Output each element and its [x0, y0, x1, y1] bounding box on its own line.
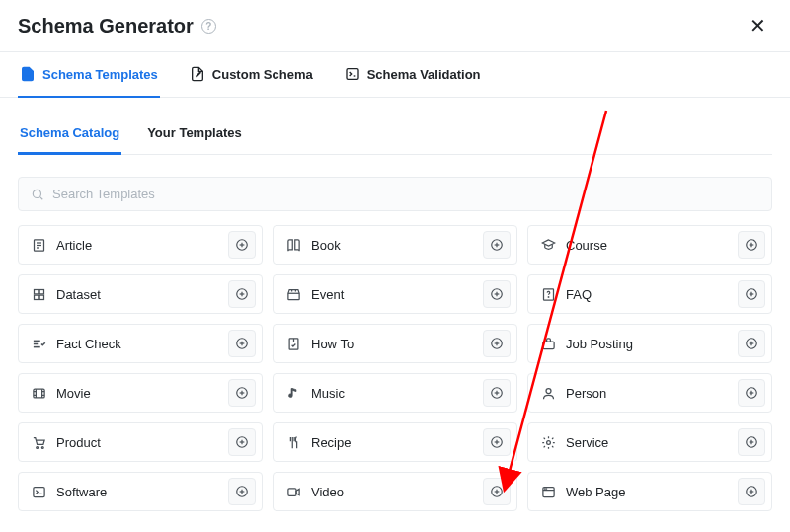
- card-webpage[interactable]: Web Page: [527, 472, 772, 511]
- card-dataset[interactable]: Dataset: [18, 274, 263, 314]
- close-icon[interactable]: ✕: [744, 14, 772, 38]
- add-button[interactable]: [483, 231, 511, 259]
- add-button[interactable]: [738, 280, 765, 308]
- video-icon: [285, 484, 301, 499]
- add-button[interactable]: [228, 478, 256, 505]
- svg-rect-19: [34, 289, 38, 293]
- add-button[interactable]: [738, 428, 765, 456]
- svg-rect-2: [347, 69, 358, 80]
- card-person[interactable]: Person: [527, 373, 772, 413]
- music-icon: [285, 385, 301, 401]
- add-button[interactable]: [483, 478, 511, 505]
- svg-point-30: [548, 296, 549, 297]
- tab-schema-catalog[interactable]: Schema Catalog: [18, 115, 121, 155]
- help-icon[interactable]: ?: [201, 19, 216, 34]
- add-button[interactable]: [228, 280, 256, 308]
- howto-icon: [285, 336, 301, 351]
- card-label: How To: [311, 337, 354, 351]
- svg-rect-22: [40, 295, 43, 299]
- content: Schema Catalog Your Templates Article Bo…: [0, 98, 790, 511]
- tab-label: Schema Templates: [42, 67, 158, 82]
- secondary-tabs: Schema Catalog Your Templates: [18, 115, 772, 155]
- add-button[interactable]: [738, 231, 765, 259]
- card-faq[interactable]: FAQ: [527, 274, 772, 314]
- svg-line-5: [40, 196, 43, 199]
- card-label: Software: [56, 485, 107, 499]
- article-icon: [31, 237, 46, 253]
- tab-label: Your Templates: [147, 125, 242, 140]
- svg-point-90: [544, 488, 545, 489]
- add-button[interactable]: [738, 330, 765, 357]
- tab-your-templates[interactable]: Your Templates: [145, 115, 244, 155]
- add-button[interactable]: [738, 379, 765, 407]
- card-music[interactable]: Music: [273, 373, 517, 413]
- dataset-icon: [31, 286, 46, 302]
- course-icon: [540, 237, 556, 253]
- card-product[interactable]: Product: [18, 422, 263, 462]
- add-button[interactable]: [483, 428, 511, 456]
- tab-custom-schema[interactable]: Custom Schema: [188, 52, 315, 98]
- card-label: Web Page: [566, 485, 625, 499]
- add-button[interactable]: [228, 330, 256, 357]
- svg-point-67: [41, 446, 43, 448]
- add-button[interactable]: [228, 428, 256, 456]
- svg-rect-21: [34, 295, 38, 299]
- card-label: Service: [566, 435, 608, 450]
- page-title: Schema Generator: [18, 15, 194, 38]
- card-label: Recipe: [311, 435, 351, 450]
- terminal-icon: [31, 484, 46, 499]
- svg-marker-84: [296, 489, 299, 494]
- card-event[interactable]: Event: [273, 274, 517, 314]
- movie-icon: [31, 385, 46, 401]
- card-label: Person: [566, 386, 606, 401]
- search-icon: [31, 188, 44, 201]
- svg-point-4: [33, 190, 40, 197]
- document-edit-icon: [190, 66, 205, 82]
- document-icon: [20, 66, 36, 82]
- webpage-icon: [540, 484, 556, 499]
- tab-label: Custom Schema: [212, 67, 313, 82]
- card-label: Product: [56, 435, 101, 450]
- svg-rect-83: [287, 488, 295, 495]
- tab-schema-templates[interactable]: Schema Templates: [18, 52, 160, 98]
- card-jobposting[interactable]: Job Posting: [527, 324, 772, 363]
- add-button[interactable]: [483, 330, 511, 357]
- svg-rect-20: [40, 289, 43, 293]
- add-button[interactable]: [738, 478, 765, 505]
- card-label: Book: [311, 238, 341, 253]
- svg-rect-78: [33, 487, 43, 496]
- tab-schema-validation[interactable]: Schema Validation: [343, 52, 483, 98]
- title-wrap: Schema Generator ?: [18, 15, 216, 38]
- card-label: Event: [311, 287, 344, 302]
- card-recipe[interactable]: Recipe: [273, 422, 517, 462]
- card-service[interactable]: Service: [527, 422, 772, 462]
- faq-icon: [540, 286, 556, 302]
- recipe-icon: [285, 434, 301, 450]
- card-label: Article: [56, 238, 92, 253]
- card-course[interactable]: Course: [527, 225, 772, 265]
- tab-label: Schema Catalog: [20, 125, 119, 140]
- terminal-icon: [345, 66, 360, 82]
- book-icon: [285, 237, 301, 253]
- svg-rect-49: [33, 389, 43, 398]
- add-button[interactable]: [483, 280, 511, 308]
- card-movie[interactable]: Movie: [18, 373, 263, 413]
- card-video[interactable]: Video: [273, 472, 517, 511]
- briefcase-icon: [540, 336, 556, 351]
- card-label: Movie: [56, 386, 91, 401]
- svg-rect-45: [542, 342, 553, 349]
- add-button[interactable]: [228, 231, 256, 259]
- card-factcheck[interactable]: Fact Check: [18, 324, 263, 363]
- add-button[interactable]: [483, 379, 511, 407]
- card-article[interactable]: Article: [18, 225, 263, 265]
- card-book[interactable]: Book: [273, 225, 517, 265]
- add-button[interactable]: [228, 379, 256, 407]
- card-software[interactable]: Software: [18, 472, 263, 511]
- search-wrap[interactable]: [18, 177, 772, 211]
- template-grid: Article Book Course Dataset: [18, 225, 772, 511]
- header: Schema Generator ? ✕: [0, 0, 790, 52]
- card-howto[interactable]: How To: [273, 324, 517, 363]
- svg-point-62: [546, 388, 551, 393]
- search-input[interactable]: [52, 187, 759, 201]
- svg-point-66: [36, 446, 38, 448]
